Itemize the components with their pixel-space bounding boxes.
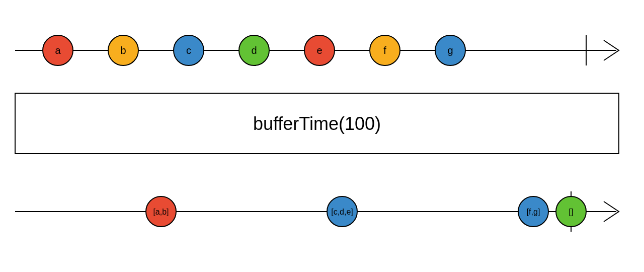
svg-text:[c,d,e]: [c,d,e] <box>331 208 353 216</box>
input-marble-a: a <box>43 35 73 65</box>
svg-text:g: g <box>447 45 453 56</box>
output-marble-cde: [c,d,e] <box>327 196 357 227</box>
input-marble-e: e <box>304 35 335 65</box>
svg-text:[f,g]: [f,g] <box>527 208 540 216</box>
svg-text:[a,b]: [a,b] <box>153 208 169 216</box>
svg-text:e: e <box>316 45 322 56</box>
svg-text:[]: [] <box>569 208 574 216</box>
marble-diagram: a b c d e f g bufferTime(100) <box>0 0 644 272</box>
output-marble-ab: [a,b] <box>146 196 176 227</box>
svg-text:d: d <box>251 45 257 56</box>
input-marble-d: d <box>239 35 269 65</box>
input-marble-b: b <box>108 35 138 65</box>
input-timeline: a b c d e f g <box>15 35 619 65</box>
output-timeline: [a,b] [c,d,e] [f,g] [] <box>15 191 619 232</box>
svg-text:f: f <box>383 45 386 56</box>
input-marble-c: c <box>174 35 204 65</box>
input-marble-f: f <box>370 35 400 65</box>
input-marble-g: g <box>435 35 465 65</box>
operator-box: bufferTime(100) <box>15 93 619 154</box>
svg-text:c: c <box>186 45 191 56</box>
svg-text:a: a <box>55 45 61 56</box>
output-marble-empty: [] <box>556 196 586 227</box>
output-marble-fg: [f,g] <box>518 196 548 227</box>
svg-text:b: b <box>120 45 126 56</box>
operator-label: bufferTime(100) <box>253 113 381 134</box>
